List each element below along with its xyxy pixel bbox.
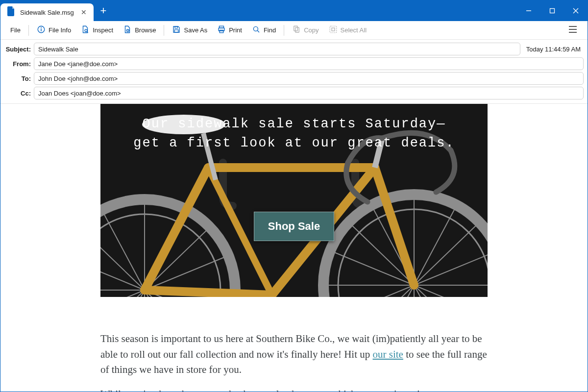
save-icon <box>172 25 181 35</box>
separator <box>284 25 284 36</box>
svg-rect-18 <box>330 26 337 33</box>
tab-title: Sidewalk Sale.msg <box>20 9 74 16</box>
subject-label: Subject: <box>4 46 31 53</box>
to-field[interactable]: John Doe <john@doe.com> <box>34 72 584 85</box>
menu-icon <box>568 27 578 35</box>
svg-point-4 <box>41 27 42 28</box>
save-as-label: Save As <box>184 26 207 34</box>
window-controls <box>517 0 588 21</box>
svg-rect-3 <box>41 29 42 31</box>
cc-field[interactable]: Joan Does <joan@doe.com> <box>34 87 584 99</box>
print-icon <box>217 25 226 35</box>
to-label: To: <box>4 75 31 82</box>
from-label: From: <box>4 60 31 68</box>
find-button[interactable]: Find <box>247 22 281 38</box>
file-menu[interactable]: File <box>5 24 25 37</box>
hero-text: Our sidewalk sale starts Saturday— get a… <box>133 115 454 153</box>
inspect-button[interactable]: Inspect <box>76 22 118 38</box>
separator <box>164 25 164 36</box>
paragraph-2: While you're there, be sure to check our… <box>100 387 488 392</box>
svg-rect-19 <box>332 28 335 31</box>
select-all-icon <box>329 25 338 35</box>
cc-label: Cc: <box>4 90 31 97</box>
shop-sale-button[interactable]: Shop Sale <box>254 212 334 241</box>
hero-line-2: get a first look at our great deals. <box>133 136 454 150</box>
our-site-link[interactable]: our site <box>372 348 403 360</box>
subject-field[interactable]: Sidewalk Sale <box>34 43 520 55</box>
document-tab[interactable]: Sidewalk Sale.msg ✕ <box>0 3 94 21</box>
file-menu-label: File <box>10 26 21 34</box>
toolbar: File File Info Inspect Browse Save As Pr… <box>0 21 588 40</box>
svg-point-8 <box>127 30 128 31</box>
svg-point-5 <box>85 29 87 32</box>
svg-line-64 <box>145 290 272 295</box>
file-info-label: File Info <box>49 26 71 34</box>
maximize-button[interactable] <box>540 0 564 21</box>
browse-icon <box>123 25 132 35</box>
separator <box>28 25 29 36</box>
titlebar: Sidewalk Sale.msg ✕ + <box>0 0 588 21</box>
svg-rect-0 <box>526 10 531 11</box>
svg-rect-17 <box>295 27 299 32</box>
hero-banner: Our sidewalk sale starts Saturday— get a… <box>100 104 488 297</box>
svg-rect-9 <box>175 26 177 28</box>
close-window-button[interactable] <box>564 0 588 21</box>
print-button[interactable]: Print <box>212 22 247 38</box>
minimize-button[interactable] <box>517 0 540 21</box>
save-as-button[interactable]: Save As <box>167 22 212 38</box>
file-info-button[interactable]: File Info <box>32 22 76 38</box>
browse-button[interactable]: Browse <box>118 22 161 38</box>
new-tab-button[interactable]: + <box>94 0 113 21</box>
received-date: Today 11:44:59 AM <box>523 46 584 53</box>
inspect-icon <box>81 25 90 35</box>
print-label: Print <box>229 26 242 34</box>
svg-rect-16 <box>294 26 298 31</box>
info-icon <box>37 25 46 35</box>
copy-button: Copy <box>287 22 323 38</box>
svg-rect-13 <box>220 30 223 33</box>
message-body-scroll[interactable]: Our sidewalk sale starts Saturday— get a… <box>0 104 588 392</box>
menu-button[interactable] <box>563 22 583 39</box>
svg-line-15 <box>257 30 259 32</box>
select-all-label: Select All <box>341 26 367 34</box>
message-headers: Subject: Sidewalk Sale Today 11:44:59 AM… <box>0 40 588 104</box>
svg-rect-10 <box>175 30 179 32</box>
document-icon <box>7 6 15 18</box>
browse-label: Browse <box>135 26 156 34</box>
tab-close-button[interactable]: ✕ <box>79 7 89 17</box>
find-icon <box>252 25 261 35</box>
svg-rect-1 <box>550 9 555 13</box>
paragraph-1: This season is important to us here at S… <box>100 331 488 378</box>
from-field[interactable]: Jane Doe <jane@doe.com> <box>34 57 584 70</box>
select-all-button: Select All <box>324 22 371 38</box>
svg-point-14 <box>253 26 258 31</box>
find-label: Find <box>264 26 276 34</box>
message-body: Our sidewalk sale starts Saturday— get a… <box>100 104 488 392</box>
copy-icon <box>292 25 301 35</box>
copy-label: Copy <box>304 26 318 34</box>
hero-line-1: Our sidewalk sale starts Saturday— <box>143 117 446 131</box>
inspect-label: Inspect <box>93 26 113 34</box>
